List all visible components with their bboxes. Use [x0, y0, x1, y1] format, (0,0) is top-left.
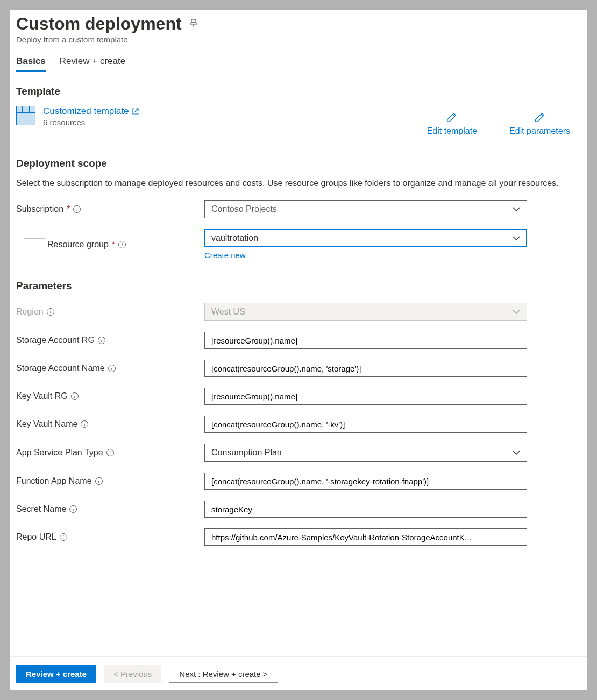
param-row: Storage Account RGi: [16, 332, 581, 349]
region-label: Region i: [16, 307, 204, 317]
page-subtitle: Deploy from a custom template: [16, 35, 581, 44]
tab-basics[interactable]: Basics: [16, 56, 46, 72]
content: Custom deployment Deploy from a custom t…: [10, 10, 587, 546]
param-input[interactable]: [204, 473, 527, 490]
resource-group-select[interactable]: vaultrotation: [204, 229, 527, 247]
param-label: Key Vault RGi: [16, 391, 204, 401]
chevron-down-icon: [513, 207, 520, 211]
param-label: Function App Namei: [16, 476, 204, 486]
template-section: Template Customized template: [16, 85, 581, 136]
page-title: Custom deployment: [16, 14, 182, 34]
scope-section-title: Deployment scope: [16, 158, 581, 169]
template-icon: [16, 106, 35, 125]
region-row: Region i West US: [16, 303, 581, 321]
param-row: Storage Account Namei: [16, 360, 581, 377]
param-label: Storage Account Namei: [16, 363, 204, 373]
subscription-select[interactable]: Contoso Projects: [204, 200, 527, 218]
resource-group-value: vaultrotation: [211, 233, 258, 243]
info-icon[interactable]: i: [98, 337, 105, 344]
tree-line: [24, 222, 46, 239]
chevron-down-icon: [513, 451, 520, 455]
info-icon[interactable]: i: [81, 420, 88, 428]
param-row: Key Vault Namei: [16, 416, 581, 433]
template-left: Customized template 6 resources: [16, 106, 139, 127]
subscription-value: Contoso Projects: [211, 204, 277, 214]
param-input[interactable]: [204, 332, 527, 349]
chevron-down-icon: [513, 310, 520, 314]
parameters-section: Parameters Region i West US Storage Acco…: [16, 280, 581, 546]
chevron-down-icon: [513, 236, 520, 240]
customized-template-link[interactable]: Customized template: [43, 106, 139, 117]
param-row: Secret Namei: [16, 501, 581, 518]
parameters-section-title: Parameters: [16, 280, 581, 292]
info-icon[interactable]: i: [108, 365, 116, 372]
subscription-row: Subscription * i Contoso Projects: [16, 200, 581, 218]
info-icon[interactable]: i: [60, 533, 67, 541]
param-row: Key Vault RGi: [16, 388, 581, 405]
popout-icon: [132, 108, 139, 115]
info-icon[interactable]: i: [71, 392, 79, 400]
template-resource-count: 6 resources: [43, 118, 139, 127]
region-select: West US: [204, 303, 527, 321]
required-indicator: *: [112, 240, 115, 249]
param-input[interactable]: [204, 501, 527, 518]
param-input[interactable]: [204, 416, 527, 433]
param-label: Secret Namei: [16, 504, 204, 514]
info-icon[interactable]: i: [118, 241, 126, 248]
template-row: Customized template 6 resources: [16, 106, 581, 136]
previous-button: < Previous: [104, 665, 161, 683]
template-actions: Edit template Edit parameters: [427, 111, 570, 136]
info-icon[interactable]: i: [47, 308, 54, 316]
resource-group-label: Resource group * i: [47, 240, 204, 249]
info-icon[interactable]: i: [73, 205, 81, 213]
template-section-title: Template: [16, 85, 581, 97]
param-row: App Service Plan TypeiConsumption Plan: [16, 444, 581, 462]
edit-parameters-label: Edit parameters: [509, 126, 570, 136]
param-input[interactable]: [204, 528, 527, 546]
tabs: Basics Review + create: [16, 56, 581, 72]
param-label: Key Vault Namei: [16, 419, 204, 429]
create-new-link[interactable]: Create new: [204, 251, 246, 260]
tab-review-create[interactable]: Review + create: [60, 56, 125, 72]
scope-section: Deployment scope Select the subscription…: [16, 158, 581, 260]
resource-group-row: Resource group * i vaultrotation Create …: [16, 229, 581, 260]
edit-template-label: Edit template: [427, 126, 477, 136]
page: Custom deployment Deploy from a custom t…: [10, 10, 587, 690]
param-select[interactable]: Consumption Plan: [204, 444, 527, 462]
region-value: West US: [211, 307, 245, 317]
edit-parameters-button[interactable]: Edit parameters: [509, 111, 570, 136]
svg-rect-0: [191, 19, 196, 23]
title-row: Custom deployment: [16, 14, 581, 34]
template-link-text: Customized template: [43, 106, 129, 117]
svg-line-2: [135, 109, 138, 112]
pencil-icon: [446, 111, 458, 123]
required-indicator: *: [67, 204, 70, 214]
svg-line-4: [541, 115, 543, 117]
subscription-label: Subscription * i: [16, 204, 204, 214]
info-icon[interactable]: i: [106, 449, 114, 456]
info-icon[interactable]: i: [69, 505, 77, 513]
footer: Review + create < Previous Next : Review…: [10, 656, 587, 690]
param-row: Function App Namei: [16, 473, 581, 490]
param-label: App Service Plan Typei: [16, 448, 204, 458]
param-label: Repo URLi: [16, 532, 204, 542]
review-create-button[interactable]: Review + create: [16, 665, 96, 683]
param-input[interactable]: [204, 360, 527, 377]
scope-description: Select the subscription to manage deploy…: [16, 177, 581, 189]
param-label: Storage Account RGi: [16, 335, 204, 345]
svg-line-3: [453, 115, 455, 117]
info-icon[interactable]: i: [95, 477, 103, 485]
edit-template-button[interactable]: Edit template: [427, 111, 477, 136]
pencil-icon: [534, 111, 546, 123]
pin-icon[interactable]: [189, 19, 198, 29]
next-button[interactable]: Next : Review + create >: [169, 665, 278, 683]
param-input[interactable]: [204, 388, 527, 405]
param-row: Repo URLi: [16, 528, 581, 546]
